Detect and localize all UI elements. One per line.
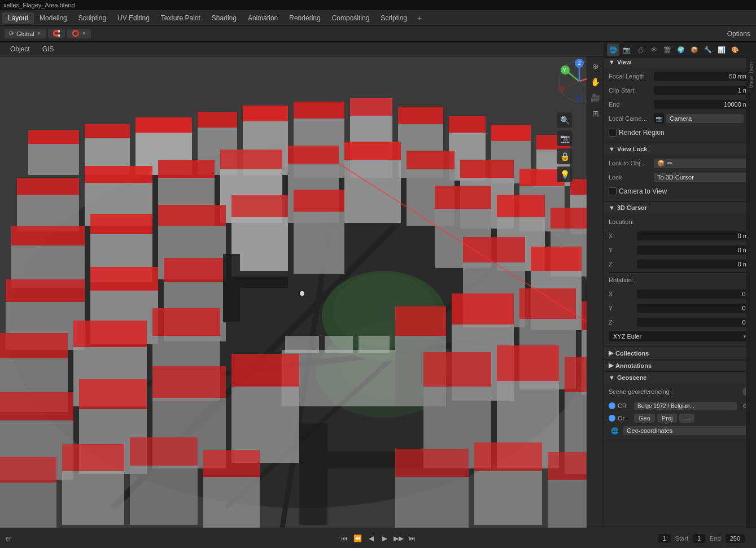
proj-button[interactable]: Proj bbox=[657, 414, 678, 423]
svg-rect-69 bbox=[6, 279, 85, 302]
menu-object[interactable]: Object bbox=[5, 44, 36, 54]
props-icon-scene[interactable]: 🌐 bbox=[607, 43, 619, 56]
svg-rect-67 bbox=[550, 208, 590, 229]
props-icon-world[interactable]: 🌍 bbox=[675, 43, 687, 56]
props-icon-scene2[interactable]: 🎬 bbox=[661, 43, 674, 56]
current-frame[interactable]: 1 bbox=[658, 534, 671, 543]
tab-rendering[interactable]: Rendering bbox=[283, 12, 326, 24]
view-lock-header[interactable]: ▼ View Lock ⋯ bbox=[604, 143, 756, 155]
tab-compositing[interactable]: Compositing bbox=[326, 12, 375, 24]
view-lock-section: ▼ View Lock ⋯ Lock to Obj... 📦 ✏ Lock To… bbox=[604, 143, 756, 202]
start-frame[interactable]: 1 bbox=[693, 534, 705, 543]
filename: xelles_Flagey_Area.blend bbox=[3, 2, 75, 8]
tab-scripting[interactable]: Scripting bbox=[375, 12, 413, 24]
props-icon-render[interactable]: 📷 bbox=[620, 43, 633, 56]
props-icon-data[interactable]: 📊 bbox=[715, 43, 728, 56]
play-start-button[interactable]: ⏮ bbox=[339, 533, 350, 544]
viewport-icon-4[interactable]: ⊞ bbox=[588, 106, 603, 121]
tab-texture-paint[interactable]: Texture Paint bbox=[155, 12, 206, 24]
focal-length-label: Focal Length bbox=[609, 73, 654, 80]
zoom-in-button[interactable]: 🔍 bbox=[557, 112, 573, 128]
transform-orientation-dropdown[interactable]: ⟳ Global ▼ bbox=[5, 29, 46, 38]
collections-collapse-icon: ▶ bbox=[609, 349, 613, 357]
cursor-x-value[interactable]: 0 m bbox=[637, 231, 751, 240]
viewport-icon-2[interactable]: ✋ bbox=[588, 74, 603, 89]
viewport[interactable]: X Y Z 🔍 bbox=[0, 56, 604, 528]
options-label[interactable]: Options bbox=[722, 28, 756, 40]
geoscene-header[interactable]: ▼ Geoscene ⋯ bbox=[604, 372, 756, 383]
dash-button[interactable]: — bbox=[679, 414, 694, 423]
tab-modeling[interactable]: Modeling bbox=[34, 12, 73, 24]
svg-rect-55 bbox=[158, 205, 226, 226]
viewport-icon-1[interactable]: ⊕ bbox=[588, 59, 603, 73]
add-workspace-button[interactable]: + bbox=[413, 12, 426, 24]
tab-animation[interactable]: Animation bbox=[242, 12, 283, 24]
svg-rect-41 bbox=[344, 142, 401, 160]
camera-view-button[interactable]: 📷 bbox=[557, 130, 573, 146]
props-icon-material[interactable]: 🎨 bbox=[729, 43, 741, 56]
lock-to-obj-value[interactable]: 📦 ✏ bbox=[654, 159, 751, 168]
play-button[interactable]: ▶ bbox=[379, 533, 391, 544]
step-back-button[interactable]: ◀ bbox=[366, 533, 377, 544]
lock-view-button[interactable]: 🔒 bbox=[557, 148, 573, 164]
cursor-ry-value[interactable]: 0° bbox=[637, 304, 751, 313]
camera-lock-icon[interactable]: 📷 bbox=[654, 113, 664, 124]
or-label: Or bbox=[618, 415, 632, 422]
proportional-edit-toggle[interactable]: ⭕ ▼ bbox=[67, 29, 91, 38]
annotations-header[interactable]: ▶ Annotations ⋯ bbox=[604, 360, 756, 371]
camera-to-view-checkbox[interactable] bbox=[609, 187, 617, 195]
shading-button[interactable]: 💡 bbox=[557, 166, 573, 182]
camera-name-value[interactable]: Camera bbox=[666, 114, 744, 123]
geocoords-value[interactable]: Geo-coordinates bbox=[623, 426, 751, 435]
or-radio[interactable] bbox=[609, 415, 615, 422]
view-section-header[interactable]: ▼ View ⋯ bbox=[604, 56, 756, 68]
props-icon-view[interactable]: 👁 bbox=[648, 43, 660, 56]
tab-shading[interactable]: Shading bbox=[206, 12, 242, 24]
globe-icon: 🌐 bbox=[609, 424, 621, 437]
props-icon-object[interactable]: 📦 bbox=[688, 43, 701, 56]
cursor-separator bbox=[609, 272, 751, 273]
props-icon-modifier[interactable]: 🔧 bbox=[702, 43, 714, 56]
cursor-3d-header[interactable]: ▼ 3D Cursor ⋯ bbox=[604, 202, 756, 213]
svg-rect-71 bbox=[90, 267, 158, 291]
svg-rect-117 bbox=[62, 444, 124, 471]
focal-length-value[interactable]: 50 mm bbox=[654, 72, 751, 81]
tab-uv-editing[interactable]: UV Editing bbox=[112, 12, 155, 24]
tab-sculpting[interactable]: Sculpting bbox=[73, 12, 112, 24]
clip-end-value[interactable]: 10000 m bbox=[654, 100, 751, 109]
clip-end-row: End 10000 m bbox=[609, 98, 751, 111]
svg-rect-106 bbox=[299, 423, 327, 525]
cursor-rz-value[interactable]: 0° bbox=[637, 318, 751, 327]
cursor-z-value[interactable]: 0 m bbox=[637, 260, 751, 269]
viewport-icon-3[interactable]: 🎥 bbox=[588, 90, 603, 105]
jump-back-button[interactable]: ⏪ bbox=[352, 533, 364, 544]
clip-start-value[interactable]: 1 m bbox=[654, 86, 751, 95]
snap-toggle[interactable]: 🧲 bbox=[48, 29, 65, 38]
view-label[interactable]: View bbox=[748, 76, 754, 89]
svg-rect-43 bbox=[407, 151, 455, 169]
svg-rect-109 bbox=[423, 352, 491, 387]
play-end-button[interactable]: ⏭ bbox=[407, 533, 418, 544]
svg-rect-75 bbox=[223, 254, 240, 322]
cursor-collapse-icon: ▼ bbox=[609, 204, 615, 211]
lock-obj-icon: 📦 bbox=[657, 160, 665, 167]
props-icon-output[interactable]: 🖨 bbox=[634, 43, 646, 56]
item-label[interactable]: Item bbox=[748, 62, 754, 73]
geo-button[interactable]: Geo bbox=[634, 414, 655, 423]
end-frame[interactable]: 250 bbox=[726, 534, 745, 543]
start-label: Start bbox=[675, 535, 688, 542]
cursor-y-row: Y 0 m bbox=[609, 244, 751, 256]
rotation-label-row: Rotation: bbox=[609, 274, 751, 286]
clip-end-label: End bbox=[609, 101, 654, 108]
cursor-y-value[interactable]: 0 m bbox=[637, 245, 751, 255]
tab-layout[interactable]: Layout bbox=[2, 12, 34, 24]
euler-dropdown[interactable]: XYZ Euler ▼ bbox=[609, 331, 751, 341]
menu-gis[interactable]: GIS bbox=[37, 44, 60, 54]
collections-header[interactable]: ▶ Collections ⋯ bbox=[604, 347, 756, 359]
lock-value[interactable]: To 3D Cursor bbox=[654, 173, 751, 182]
step-forward-button[interactable]: ▶▶ bbox=[393, 533, 404, 544]
cursor-rx-value[interactable]: 0° bbox=[637, 290, 751, 299]
render-region-checkbox[interactable] bbox=[609, 129, 617, 137]
cr-value[interactable]: Belge 1972 / Belgian... bbox=[634, 402, 737, 410]
cr-radio[interactable] bbox=[609, 402, 615, 409]
